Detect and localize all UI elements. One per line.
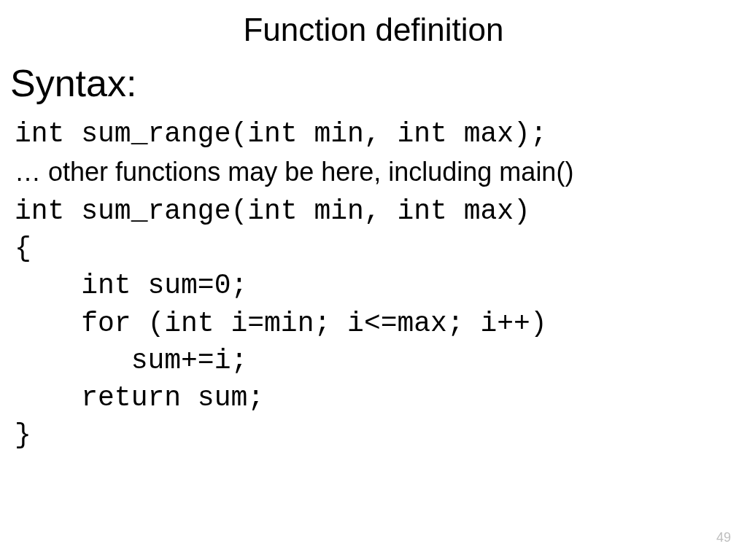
code-line-definition-header: int sum_range(int min, int max) xyxy=(15,192,732,230)
page-number: 49 xyxy=(716,530,731,545)
slide-title: Function definition xyxy=(15,12,732,48)
syntax-heading: Syntax: xyxy=(10,61,732,105)
code-line-sum-init: int sum=0; xyxy=(15,267,732,304)
code-line-open-brace: { xyxy=(15,230,732,267)
code-line-return: return sum; xyxy=(15,379,732,416)
body-text-note: … other functions may be here, including… xyxy=(15,154,732,190)
code-line-prototype: int sum_range(int min, int max); xyxy=(15,115,732,152)
code-line-sum-increment: sum+=i; xyxy=(15,342,732,379)
code-line-for-loop: for (int i=min; i<=max; i++) xyxy=(15,305,732,342)
code-line-close-brace: } xyxy=(15,416,732,454)
